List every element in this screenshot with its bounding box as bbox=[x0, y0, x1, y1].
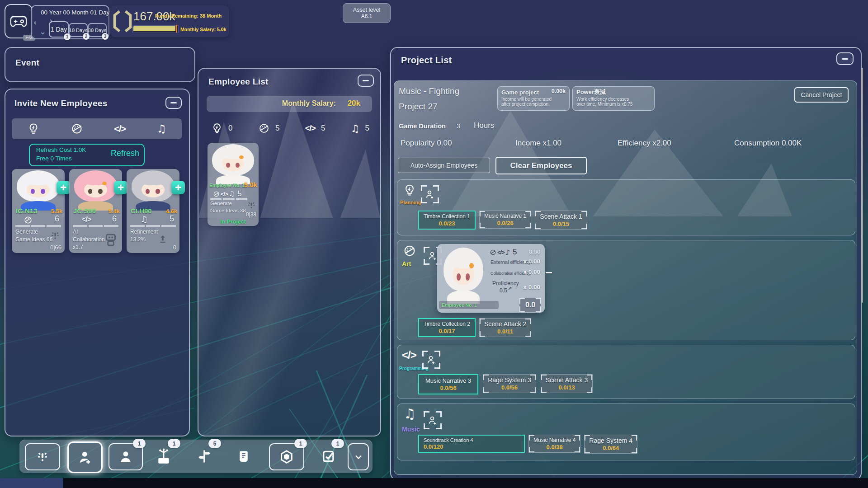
candidate-card-1[interactable]: + IG.N13 5.5k 6 Generate Game Ideas 66 0… bbox=[12, 169, 65, 253]
assign-employee-slot[interactable] bbox=[424, 411, 442, 429]
art-icon bbox=[490, 249, 496, 256]
programming-icon: </> bbox=[221, 191, 228, 197]
task-value: 0.0/120 bbox=[424, 443, 443, 450]
refresh-button[interactable]: Refresh bbox=[111, 149, 139, 158]
employee-list-minimize-button[interactable] bbox=[358, 75, 374, 87]
employee-stat-icons: </> ♫ 5 bbox=[213, 189, 242, 198]
advance-1day-button[interactable]: 1 Day 1 bbox=[49, 21, 69, 38]
auto-assign-button[interactable]: Auto-Assign Employees bbox=[398, 158, 490, 173]
stat-popularity: Popularity 0.00 bbox=[401, 139, 452, 148]
cancel-project-button[interactable]: Cancel Project bbox=[794, 87, 849, 103]
employee-name: Employee No. 1 bbox=[209, 183, 245, 188]
person-add-icon bbox=[427, 250, 438, 261]
stat-programming-count: 5 bbox=[321, 124, 325, 133]
employee-skill-line2: Game Ideas 38 bbox=[210, 208, 246, 213]
programming-icon[interactable]: </> bbox=[114, 124, 126, 134]
trend-arrow-icon: ↗ bbox=[508, 286, 512, 291]
events-button[interactable] bbox=[25, 443, 60, 470]
clear-employees-button[interactable]: Clear Employees bbox=[495, 157, 587, 174]
invite-plus-button[interactable]: + bbox=[171, 181, 185, 194]
task-chip[interactable]: Music Narrative 4 0.0/38 bbox=[528, 435, 580, 453]
employee-progress: 0|38 bbox=[246, 211, 256, 218]
task-chip[interactable]: Music Narrative 1 0.0/26 bbox=[479, 211, 531, 229]
signpost-icon bbox=[196, 448, 212, 465]
employee-skill-line1: Generate bbox=[210, 201, 232, 206]
candidate-skill-line2: Collaboration bbox=[73, 236, 105, 243]
task-chip[interactable]: Soundtrack Creation 4 0.0/120 bbox=[418, 435, 525, 453]
employee-detail-card[interactable]: </> ♪ 5 0.00 External efficiency: x 0.00… bbox=[437, 244, 545, 313]
task-chip[interactable]: Scene Attack 1 0.0/15 bbox=[535, 211, 587, 230]
milestones-button[interactable]: 5 bbox=[190, 444, 218, 469]
funds-progress-tick bbox=[176, 25, 177, 33]
candidate-stat-value: 6 bbox=[55, 214, 59, 224]
project-list-minimize-button[interactable] bbox=[836, 52, 854, 65]
advance-30days-button[interactable]: 30 Days 3 bbox=[88, 23, 107, 37]
project-list-title: Project List bbox=[401, 55, 452, 66]
modules-button[interactable]: 1 bbox=[269, 443, 304, 470]
employee-list-button[interactable]: 1 bbox=[108, 443, 143, 470]
art-icon bbox=[403, 244, 416, 258]
task-chip[interactable]: Scene Attack 3 0.0/13 bbox=[541, 374, 593, 393]
avatar bbox=[439, 246, 488, 304]
programming-icon: </> bbox=[497, 249, 505, 256]
art-icon[interactable] bbox=[71, 122, 83, 135]
task-value: 0.0/17 bbox=[439, 328, 455, 334]
funds-remaining: Funds Remaining: 38 Month bbox=[155, 13, 222, 19]
invite-plus-button[interactable]: + bbox=[57, 181, 70, 194]
asset-level-badge: Asset level A6.1 bbox=[343, 3, 391, 23]
detail-stat-icons: </> ♪ 5 bbox=[490, 248, 517, 257]
collapse-toolbar-button[interactable] bbox=[348, 443, 369, 470]
candidate-salary: 5.5k bbox=[51, 208, 62, 215]
candidate-skill-line1: AI bbox=[73, 229, 78, 235]
programming-icon: </> bbox=[402, 349, 416, 361]
task-chip[interactable]: Music Narrative 3 0.0/56 bbox=[418, 374, 478, 394]
task-chip[interactable]: Timbre Collection 2 0.0/17 bbox=[418, 318, 476, 337]
section-label-art: Art bbox=[402, 260, 411, 267]
chevron-down-icon[interactable]: ⌄ bbox=[39, 27, 46, 37]
task-label: Music Narrative 4 bbox=[533, 437, 576, 443]
prev-day-icon[interactable]: ‹ bbox=[34, 19, 36, 27]
planning-icon[interactable] bbox=[27, 122, 40, 135]
planning-icon bbox=[403, 183, 416, 197]
bottom-bar-accent bbox=[0, 478, 63, 488]
menu-button[interactable]: Esc bbox=[5, 4, 33, 38]
section-row-music: ♫ Music Soundtrack Creation 4 0.0/120 Mu… bbox=[397, 404, 855, 460]
art-icon bbox=[24, 216, 33, 225]
right-edge-highlight bbox=[862, 68, 863, 303]
hire-employees-button[interactable] bbox=[67, 441, 103, 473]
stat-segment-bar bbox=[73, 225, 118, 227]
duration-value[interactable]: 3 bbox=[457, 122, 460, 130]
detail-total-value: 0.0 bbox=[525, 301, 535, 309]
assign-employee-slot[interactable] bbox=[422, 351, 440, 369]
invite-plus-button[interactable]: + bbox=[114, 181, 127, 194]
slider-tick[interactable] bbox=[546, 272, 552, 273]
task-chip[interactable]: Rage System 4 0.0/64 bbox=[584, 435, 637, 454]
invite-category-bar: </> ♫ bbox=[12, 118, 182, 139]
tasks-button[interactable]: 1 bbox=[317, 445, 340, 468]
music-icon[interactable]: ♫ bbox=[156, 122, 166, 135]
candidate-card-3[interactable]: + CI.H90 4.6k ♫ 5 Refinement 13.2% 0 bbox=[127, 169, 179, 253]
log-button[interactable] bbox=[234, 445, 254, 468]
task-label: Timbre Collection 2 bbox=[424, 321, 470, 327]
advance-10days-button[interactable]: 10 Days 2 bbox=[69, 23, 88, 37]
refresh-cost-text: Refresh Cost 1.0K bbox=[36, 146, 86, 153]
stat-music-count: 5 bbox=[365, 124, 369, 133]
task-value: 0.0/11 bbox=[497, 328, 513, 335]
task-chip[interactable]: Rage System 3 0.0/56 bbox=[483, 374, 536, 393]
task-chip[interactable]: Timbre Collection 1 0.0/23 bbox=[418, 211, 476, 230]
advance-10days-label: 10 Days bbox=[69, 28, 87, 33]
hotkey-badge-3: 3 bbox=[102, 33, 108, 40]
task-chip[interactable]: Scene Attack 2 0.0/11 bbox=[479, 318, 531, 337]
employee-salary: 5.0k bbox=[244, 181, 257, 188]
invite-minimize-button[interactable] bbox=[165, 97, 182, 109]
person-add-icon bbox=[425, 189, 435, 200]
candidate-card-2[interactable]: + JC.S90 5.4k </> 6 AI Collaboration x1.… bbox=[69, 169, 122, 253]
assign-employee-slot[interactable] bbox=[421, 185, 439, 203]
tech-tree-button[interactable]: 1 bbox=[150, 444, 178, 469]
candidate-skill-line2: 13.2% bbox=[130, 236, 146, 243]
task-label: Rage System 3 bbox=[488, 376, 531, 384]
detail-stat-value: 5 bbox=[513, 248, 517, 257]
modules-badge: 1 bbox=[294, 439, 307, 448]
employee-card[interactable]: Employee No. 1 5.0k </> ♫ 5 Generate Gam… bbox=[208, 143, 259, 226]
asset-level-value: A6.1 bbox=[361, 13, 373, 19]
